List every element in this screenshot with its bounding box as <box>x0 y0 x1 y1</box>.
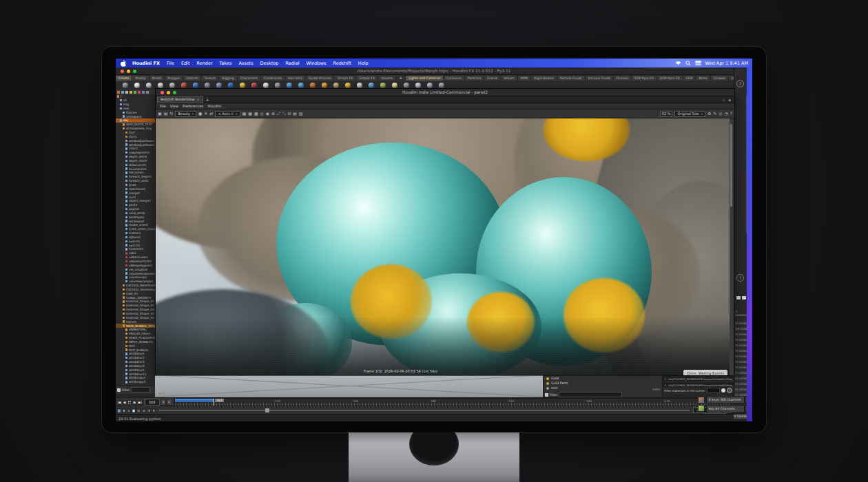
scoped-channels-icon[interactable] <box>698 397 705 404</box>
view-toolbar-icon[interactable]: ▦ <box>242 110 247 117</box>
shelf-tab-volume[interactable]: Volume <box>378 76 396 81</box>
current-frame-field[interactable]: 102 <box>145 399 160 406</box>
shelf-tab-texture[interactable]: Texture <box>201 76 219 81</box>
shelf-tab-simple-fx[interactable]: Simple FX <box>356 76 378 81</box>
shelf-tab-hair-utils[interactable]: Hair Utils <box>285 76 306 81</box>
material-row-gold-paint[interactable]: Gold Paint <box>544 381 662 386</box>
playbar-tool-icon[interactable]: ◉ <box>132 408 136 413</box>
magnet-tool-icon[interactable] <box>287 83 292 88</box>
toolbar-icon[interactable]: ? <box>730 110 732 117</box>
gear-icon[interactable] <box>727 388 732 393</box>
menu-item-takes[interactable]: Takes <box>220 61 232 66</box>
particles-tool-icon[interactable] <box>298 83 304 88</box>
range-slider[interactable] <box>159 410 690 411</box>
draw-tool-icon[interactable] <box>240 83 245 88</box>
close-icon[interactable]: × <box>664 377 667 381</box>
shelf-tab-vellum[interactable]: Vellum <box>501 76 518 81</box>
frame-step-back-button[interactable]: ◂ <box>161 399 166 406</box>
view-toolbar-icon[interactable]: ▤ <box>293 110 297 117</box>
filter-checkbox[interactable]: ✓ <box>117 388 121 392</box>
step-back-button[interactable]: ◀ <box>123 400 126 405</box>
scene-view-strip[interactable]: ⌐↑ <box>155 375 543 398</box>
menu-item-windows[interactable]: Windows <box>306 61 326 66</box>
project-tool-icon[interactable] <box>216 83 222 88</box>
view-toolbar-icon[interactable]: ⊕ <box>271 110 275 117</box>
toolbar-icon[interactable]: ⇄ <box>209 110 213 117</box>
circle-tool-icon[interactable] <box>205 83 210 88</box>
crowd-tool-icon[interactable] <box>427 83 433 88</box>
sparks-tool-icon[interactable] <box>345 83 351 88</box>
controller-tool-icon[interactable] <box>439 83 444 88</box>
render-window-title-bar[interactable]: Houdini Indie Limited-Commercial - panel… <box>156 89 734 96</box>
playbar-tool-icon[interactable]: ▭ <box>142 408 146 413</box>
viewport-scrollbar[interactable] <box>730 118 733 379</box>
material-row-iron[interactable]: Iron <box>544 386 662 390</box>
shelf-tab-lights-and-cameras[interactable]: Lights and Cameras <box>406 76 444 81</box>
menu-item-render[interactable]: Render <box>196 61 212 66</box>
help-icon[interactable]: ? <box>736 274 744 282</box>
shelf-tab--[interactable]: + <box>396 75 406 81</box>
toggle-icon[interactable] <box>721 388 725 392</box>
render-menu-view[interactable]: View <box>170 104 178 108</box>
toolbar-icon[interactable]: ⚙ <box>707 110 711 117</box>
billowy-smoke-tool-icon[interactable] <box>322 83 327 88</box>
aov-dropdown[interactable]: Beauty▾ <box>175 111 196 117</box>
shelf-tab-constraints[interactable]: Constraints <box>261 76 285 81</box>
new-tab-button[interactable]: + <box>206 97 209 102</box>
playbar-tool-icon[interactable]: ➤ <box>122 408 126 413</box>
tree-toolbar-icon[interactable] <box>138 91 141 94</box>
wifi-icon[interactable] <box>675 61 681 65</box>
fire-tool-icon[interactable] <box>310 83 316 88</box>
size-dropdown[interactable]: Original Size▾ <box>674 111 705 117</box>
tree-toolbar-icon[interactable] <box>125 91 128 94</box>
view-toolbar-icon[interactable]: ⧉ <box>288 110 291 117</box>
toolbar-icon[interactable]: ▤ <box>164 110 168 117</box>
toolbar-icon[interactable]: ◔ <box>725 110 728 117</box>
scene-filter-input[interactable] <box>707 388 720 393</box>
auto-dropdown[interactable]: < Auto >▾ <box>215 111 240 117</box>
menu-item-file[interactable]: File <box>167 61 174 66</box>
zoom-level[interactable]: 62 % <box>660 111 673 117</box>
shelf-tab-collisions[interactable]: Collisions <box>444 76 465 81</box>
close-tab-icon[interactable]: × <box>196 98 199 101</box>
shelf-tab-characters[interactable]: Characters <box>238 76 261 81</box>
material-row-gold[interactable]: Gold <box>544 376 662 381</box>
cloth-tool-icon[interactable] <box>415 83 421 88</box>
shelf-tab-mpm[interactable]: MPM <box>518 76 532 81</box>
shelf-tab-particle-fluids[interactable]: Particle Fluids <box>557 76 586 81</box>
metaball-tool-icon[interactable] <box>275 83 280 88</box>
render-viewport[interactable]: Frame 102: 2026-02-06 20:03:58 (1m 54s) … <box>156 118 733 379</box>
menu-item-redshift[interactable]: Redshift <box>333 61 351 66</box>
toolbar-icon[interactable]: ↻ <box>169 110 173 117</box>
slider-handle[interactable] <box>265 408 269 412</box>
playbar-tool-icon[interactable]: ◫ <box>117 408 121 413</box>
text-tool-icon[interactable] <box>263 83 269 88</box>
line-tool-icon[interactable] <box>193 83 198 88</box>
houdini-title-bar[interactable]: /Users/andre/Documents/Projects/Morph.hi… <box>116 67 752 75</box>
shelf-tab-viscous-fluids[interactable]: Viscous Fluids <box>586 76 614 81</box>
pane-icons[interactable] <box>736 296 746 300</box>
control-center-icon[interactable] <box>695 61 701 65</box>
paint-tool-icon[interactable] <box>251 83 257 88</box>
render-menu-file[interactable]: File <box>160 104 166 108</box>
playbar-tool-icon[interactable]: ⌂ <box>127 408 131 413</box>
hand-tool-icon[interactable] <box>369 83 374 88</box>
shelf-tab-wires[interactable]: Wires <box>696 76 711 81</box>
render-menu-preferences[interactable]: Preferences <box>183 104 204 108</box>
shelf-tab-model[interactable]: Model <box>149 76 165 81</box>
tree-node-attribcopy2[interactable]: attribcopy2 <box>116 380 155 384</box>
shelf-tab-polygon[interactable]: Polygon <box>165 76 183 81</box>
feather-tool-icon[interactable] <box>380 83 386 88</box>
menu-clock[interactable]: Wed Apr 1 9:41 AM <box>705 61 748 66</box>
menu-item-assets[interactable]: Assets <box>238 61 253 66</box>
sphere-tool-icon[interactable] <box>134 83 140 88</box>
play-button[interactable]: ▶ <box>133 400 136 405</box>
shelf-tab-particles[interactable]: Particles <box>465 76 484 81</box>
view-toolbar-icon[interactable]: ◎ <box>260 110 264 117</box>
grid-tool-icon[interactable] <box>169 83 175 88</box>
box-tool-icon[interactable] <box>123 83 128 88</box>
view-toolbar-icon[interactable]: ⤡ <box>282 110 286 117</box>
material-filter-input[interactable] <box>559 392 622 397</box>
frame-step-forward-button[interactable]: ▸ <box>167 399 172 406</box>
tab-redshift-renderview[interactable]: Redshift RenderView× <box>157 96 203 103</box>
